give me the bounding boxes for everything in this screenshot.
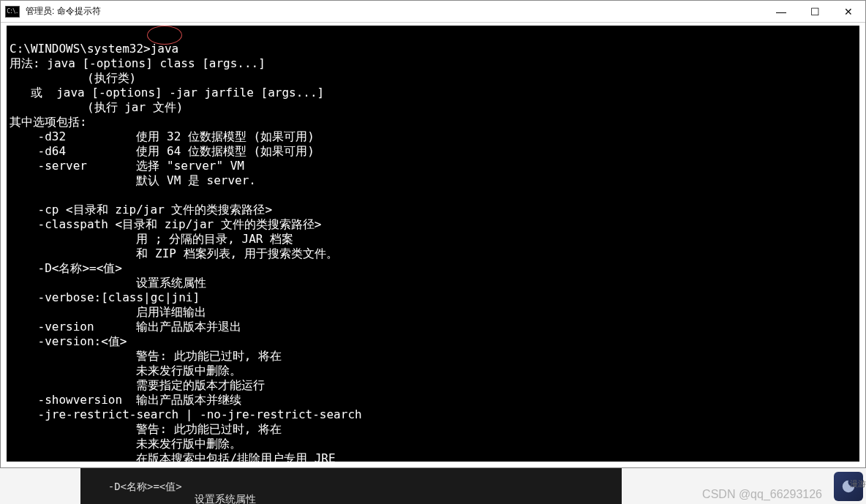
output-line: 未来发行版中删除。: [10, 437, 241, 451]
output-line: -version:<值>: [10, 334, 127, 348]
output-line: 其中选项包括:: [10, 115, 87, 129]
ghost-line: -D<名称>=<值>: [83, 481, 182, 492]
output-line: 默认 VM 是 server.: [10, 173, 256, 187]
output-line: -classpath <目录和 zip/jar 文件的类搜索路径>: [10, 217, 321, 231]
output-line: -jre-restrict-search | -no-jre-restrict-…: [10, 407, 362, 421]
ghost-line: 设置系统属性: [83, 493, 256, 504]
output-line: 设置系统属性: [10, 276, 206, 290]
output-line: 启用详细输出: [10, 305, 206, 319]
close-button[interactable]: ✕: [832, 1, 865, 22]
maximize-button[interactable]: ☐: [798, 1, 832, 22]
app-icon-text: C:\.: [7, 8, 18, 15]
output-line: -d32 使用 32 位数据模型 (如果可用): [10, 129, 315, 143]
prompt-command: java: [151, 42, 179, 56]
watermark-text: CSDN @qq_66293126: [702, 488, 822, 501]
output-line: 警告: 此功能已过时, 将在: [10, 349, 282, 363]
window-title: 管理员: 命令提示符: [26, 5, 101, 18]
minimize-button[interactable]: —: [764, 1, 798, 22]
output-line: -verbose:[class|gc|jni]: [10, 290, 200, 304]
output-line: 和 ZIP 档案列表, 用于搜索类文件。: [10, 247, 338, 260]
output-line: 警告: 此功能已过时, 将在: [10, 422, 282, 436]
titlebar[interactable]: C:\. 管理员: 命令提示符 — ☐ ✕: [1, 1, 865, 23]
output-line: -server 选择 "server" VM: [10, 159, 244, 173]
output-line: 需要指定的版本才能运行: [10, 378, 265, 392]
output-line: 用法: java [-options] class [args...]: [10, 56, 266, 70]
output-line: -showversion 输出产品版本并继续: [10, 393, 241, 407]
output-line: (执行类): [10, 71, 136, 85]
cmd-window: C:\. 管理员: 命令提示符 — ☐ ✕ C:\WINDOWS\system3…: [0, 0, 866, 468]
tray-app-label: 漫游: [850, 478, 866, 489]
output-line: -d64 使用 64 位数据模型 (如果可用): [10, 144, 315, 158]
output-line: 未来发行版中删除。: [10, 364, 241, 377]
output-line: 在版本搜索中包括/排除用户专用 JRE: [10, 451, 336, 462]
output-line: 用 ; 分隔的目录, JAR 档案: [10, 232, 293, 246]
output-line: -D<名称>=<值>: [10, 261, 122, 275]
background-console: -D<名称>=<值> 设置系统属性 -verbose:[class|gc|jni…: [80, 468, 622, 504]
console-output[interactable]: C:\WINDOWS\system32>java 用法: java [-opti…: [7, 26, 859, 462]
output-line: -version 输出产品版本并退出: [10, 320, 241, 334]
app-icon: C:\.: [5, 6, 20, 18]
window-controls: — ☐ ✕: [764, 1, 865, 22]
output-line: 或 java [-options] -jar jarfile [args...]: [10, 86, 324, 99]
output-line: -cp <目录和 zip/jar 文件的类搜索路径>: [10, 203, 272, 217]
prompt-path: C:\WINDOWS\system32>: [10, 42, 151, 56]
output-line: (执行 jar 文件): [10, 100, 183, 114]
